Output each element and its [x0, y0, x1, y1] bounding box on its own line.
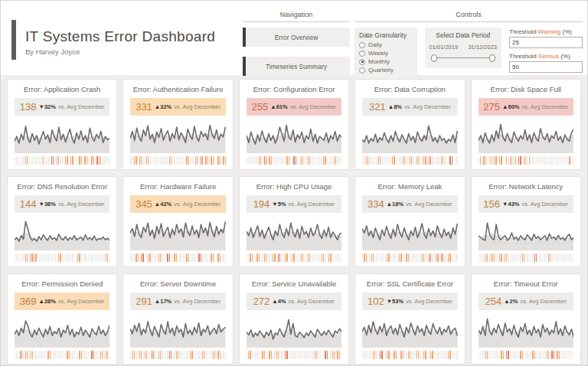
- nav-button-timeseries-summary[interactable]: Timeseries Summary: [243, 57, 350, 76]
- tick-mark: [264, 351, 265, 359]
- tick-mark: [550, 253, 550, 262]
- tick-mark: [301, 351, 302, 359]
- tick-mark: [211, 253, 211, 262]
- slider-handle-end[interactable]: [489, 54, 495, 62]
- tick-mark: [90, 156, 90, 165]
- error-tile[interactable]: Error: Disk Space Full275▲60%vs. Avg Dec…: [471, 79, 581, 170]
- tick-mark: [494, 253, 495, 262]
- tick-mark: [543, 351, 544, 359]
- tick-mark: [557, 156, 557, 165]
- tick-mark: [482, 351, 482, 359]
- error-tile[interactable]: Error: Memory Leak334▲18%vs. Avg Decembe…: [354, 176, 465, 267]
- tick-mark: [53, 156, 54, 165]
- tick-mark: [88, 156, 89, 165]
- nav-button-error-overview[interactable]: Error Overview: [243, 28, 350, 47]
- tick-mark: [285, 156, 286, 165]
- tick-mark: [167, 351, 168, 359]
- tick-mark: [554, 253, 554, 262]
- error-tile[interactable]: Error: Permission Denied369▲28%vs. Avg D…: [7, 273, 117, 364]
- radio-daily[interactable]: Daily: [359, 41, 413, 48]
- tick-mark: [148, 351, 149, 359]
- tick-mark: [107, 253, 108, 262]
- tick-mark: [420, 156, 420, 165]
- tick-mark: [271, 253, 272, 262]
- tick-mark: [109, 156, 109, 165]
- radio-icon[interactable]: [359, 51, 365, 57]
- radio-icon[interactable]: [359, 42, 365, 48]
- radio-icon[interactable]: [359, 59, 365, 65]
- navigation-title: Navigation: [243, 11, 350, 22]
- tick-mark: [256, 351, 257, 359]
- slider-track: [434, 57, 492, 58]
- tile-threshold-tick-strip: [15, 156, 109, 165]
- tick-mark: [83, 253, 83, 262]
- tick-mark: [190, 156, 191, 165]
- tick-mark: [380, 156, 381, 165]
- tick-mark: [534, 351, 535, 359]
- tick-mark: [437, 156, 438, 165]
- error-tile[interactable]: Error: Authentication Failure331▲32%vs. …: [122, 79, 233, 170]
- tick-mark: [439, 351, 440, 359]
- slider-handle-start[interactable]: [431, 54, 437, 62]
- radio-weekly[interactable]: Weekly: [359, 50, 413, 57]
- tick-mark: [330, 253, 331, 262]
- tick-mark: [518, 351, 519, 359]
- tick-mark: [103, 253, 104, 262]
- tick-mark: [155, 156, 155, 165]
- tick-mark: [99, 351, 100, 359]
- error-tile[interactable]: Error: Data Corruption321▲8%vs. Avg Dece…: [354, 79, 465, 170]
- tick-mark: [250, 156, 250, 165]
- tick-mark: [74, 351, 75, 359]
- error-tile[interactable]: Error: Network Latency156▼43%vs. Avg Dec…: [471, 176, 581, 267]
- tick-mark: [487, 253, 488, 262]
- tick-mark: [179, 351, 180, 359]
- tick-mark: [20, 253, 21, 262]
- tick-mark: [269, 156, 270, 165]
- tick-mark: [539, 253, 540, 262]
- tile-value: 254: [485, 296, 501, 307]
- tile-compare-label: vs. Avg December: [174, 298, 220, 305]
- tick-mark: [302, 156, 303, 165]
- date-range-slider[interactable]: [431, 54, 495, 63]
- radio-monthly[interactable]: Monthly: [359, 58, 413, 65]
- tick-mark: [364, 156, 364, 165]
- tick-mark: [567, 351, 568, 359]
- error-tile[interactable]: Error: Timeout Error254▲2%vs. Avg Decemb…: [471, 273, 581, 364]
- tick-mark: [191, 351, 192, 359]
- radio-quarterly[interactable]: Quarterly: [359, 67, 413, 74]
- tick-mark: [292, 156, 292, 165]
- tick-mark: [269, 351, 270, 359]
- error-tile[interactable]: Error: SSL Certificate Error102▼53%vs. A…: [354, 273, 465, 364]
- tick-mark: [138, 351, 139, 359]
- tick-mark: [207, 156, 208, 165]
- tick-mark: [209, 156, 210, 165]
- error-tile[interactable]: Error: Service Unavailable272▲4%vs. Avg …: [239, 273, 349, 364]
- tick-mark: [58, 253, 59, 262]
- threshold-serious-input[interactable]: [509, 61, 583, 73]
- tick-mark: [337, 351, 338, 359]
- error-tile[interactable]: Error: Application Crash138▼32%vs. Avg D…: [7, 79, 117, 170]
- tick-mark: [448, 351, 449, 359]
- tick-mark: [102, 351, 103, 359]
- tick-mark: [536, 156, 537, 165]
- tick-mark: [539, 156, 540, 165]
- tick-mark: [335, 253, 336, 262]
- error-tile[interactable]: Error: High CPU Usage194▼5%vs. Avg Decem…: [239, 176, 349, 267]
- tick-mark: [34, 156, 34, 165]
- tick-mark: [487, 351, 488, 359]
- error-tile[interactable]: Error: Hardware Failure345▲42%vs. Avg De…: [122, 176, 233, 267]
- threshold-warning-input[interactable]: [509, 37, 583, 48]
- error-tile[interactable]: Error: DNS Resolution Error144▼36%vs. Av…: [7, 176, 117, 267]
- tick-mark: [548, 253, 549, 262]
- tick-mark: [102, 156, 103, 165]
- error-tile[interactable]: Error: Server Downtime291▲17%vs. Avg Dec…: [122, 273, 233, 364]
- tick-mark: [186, 253, 187, 262]
- tick-mark: [437, 351, 438, 359]
- tick-mark: [518, 253, 519, 262]
- tick-mark: [443, 253, 443, 262]
- error-tile[interactable]: Error: Configuration Error255▲61%vs. Avg…: [239, 79, 349, 170]
- tick-mark: [202, 156, 203, 165]
- tick-mark: [27, 156, 28, 165]
- radio-icon[interactable]: [359, 67, 365, 74]
- tick-mark: [564, 156, 564, 165]
